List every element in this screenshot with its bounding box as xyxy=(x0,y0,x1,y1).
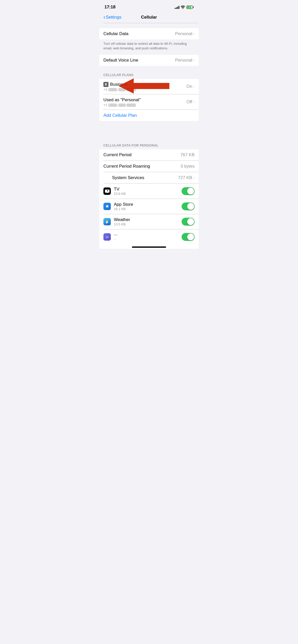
system-services-item[interactable]: System Services 727 KB › xyxy=(99,172,199,183)
more-app-icon: 14 xyxy=(103,233,111,241)
business-plan-phone: +1 () - xyxy=(103,87,136,91)
current-period-value: 767 KB xyxy=(180,152,195,157)
business-plan-name: Business xyxy=(110,82,128,87)
weather-size: 13.5 KB xyxy=(114,222,130,226)
tv-app-icon xyxy=(103,187,111,195)
weather-item[interactable]: Weather 13.5 KB xyxy=(99,214,199,229)
appstore-left: App Store 16.1 KB xyxy=(103,202,182,211)
status-bar: 17:18 ⚡ xyxy=(99,0,199,13)
default-voice-chevron-icon: › xyxy=(193,58,195,63)
business-plan-left: B Business +1 () - xyxy=(103,82,136,91)
weather-icon xyxy=(103,218,111,225)
business-plan-title: B Business xyxy=(103,82,136,87)
back-label: Settings xyxy=(106,15,121,20)
default-voice-line-value-group: Personal › xyxy=(175,58,195,63)
nav-bar: ‹ Settings Cellular xyxy=(99,13,199,23)
more-apps-size: ··· xyxy=(114,238,117,241)
tv-app-name: TV xyxy=(114,187,126,192)
cellular-data-group: Cellular Data Personal › xyxy=(99,28,199,39)
appstore-name: App Store xyxy=(114,202,133,207)
more-app-toggle[interactable] xyxy=(182,233,195,241)
more-apps-name: ··· xyxy=(114,232,117,238)
weather-name: Weather xyxy=(114,217,130,222)
personal-plan-item[interactable]: Used as "Personal" +1 () - Off › xyxy=(99,94,199,110)
cellular-data-chevron-icon: › xyxy=(193,32,195,36)
business-plan-status: On › xyxy=(186,84,195,89)
personal-plan-title: Used as "Personal" xyxy=(103,97,141,103)
tv-app-item[interactable]: TV 23.8 KB xyxy=(99,184,199,199)
cellular-data-info: Turn off cellular data to restrict all d… xyxy=(99,39,199,55)
weather-info: Weather 13.5 KB xyxy=(114,217,130,226)
cellular-plans-group: B Business +1 () - On › Used xyxy=(99,79,199,121)
appstore-item[interactable]: App Store 16.1 KB xyxy=(99,199,199,214)
more-app-toggle-knob xyxy=(187,233,194,240)
business-plan-status-text: On xyxy=(186,84,192,89)
appstore-toggle[interactable] xyxy=(182,202,195,210)
cellular-data-personal-group: Current Period 767 KB Current Period Roa… xyxy=(99,149,199,244)
cellular-plans-header: CELLULAR PLANS xyxy=(99,66,199,79)
business-plan-container: B Business +1 () - On › xyxy=(99,79,199,94)
more-apps-item[interactable]: 14 ··· ··· xyxy=(99,229,199,244)
svg-text:14: 14 xyxy=(105,236,109,239)
wifi-icon xyxy=(181,6,185,9)
tv-app-info: TV 23.8 KB xyxy=(114,187,126,196)
weather-left: Weather 13.5 KB xyxy=(103,217,182,226)
appstore-size: 16.1 KB xyxy=(114,207,133,211)
cellular-data-personal-header: CELLULAR DATA FOR PERSONAL xyxy=(99,136,199,149)
default-voice-line-group: Default Voice Line Personal › xyxy=(99,55,199,66)
personal-plan-name: Used as "Personal" xyxy=(103,97,141,103)
battery-icon: ⚡ xyxy=(186,6,194,9)
back-chevron-icon: ‹ xyxy=(103,14,105,21)
status-time: 17:18 xyxy=(104,5,115,10)
appstore-icon xyxy=(103,203,111,210)
personal-plan-chevron-icon: › xyxy=(193,100,195,104)
spacer-mid xyxy=(99,121,199,136)
personal-plan-left: Used as "Personal" +1 () - xyxy=(103,97,141,107)
weather-toggle[interactable] xyxy=(182,218,195,226)
signal-bars-icon xyxy=(175,5,179,9)
default-voice-line-item[interactable]: Default Voice Line Personal › xyxy=(99,55,199,66)
default-voice-line-value: Personal xyxy=(175,58,192,63)
more-apps-info: ··· ··· xyxy=(114,232,117,241)
system-services-chevron-icon: › xyxy=(193,175,195,180)
personal-plan-status-text: Off xyxy=(186,99,192,105)
status-icons: ⚡ xyxy=(175,5,194,9)
system-services-label: System Services xyxy=(112,175,144,180)
personal-plan-status: Off › xyxy=(186,99,195,105)
appstore-toggle-knob xyxy=(187,203,194,210)
tv-toggle-knob xyxy=(187,188,194,195)
current-period-roaming-label: Current Period Roaming xyxy=(103,164,150,169)
tv-app-size: 23.8 KB xyxy=(114,192,126,196)
business-badge: B xyxy=(103,82,109,87)
tv-app-toggle[interactable] xyxy=(182,187,195,195)
more-apps-left: 14 ··· ··· xyxy=(103,232,182,241)
cellular-data-label: Cellular Data xyxy=(103,31,128,36)
cellular-data-info-text: Turn off cellular data to restrict all d… xyxy=(103,42,187,50)
svg-rect-1 xyxy=(106,193,108,193)
system-services-value-group: 727 KB › xyxy=(178,175,195,180)
current-period-roaming-value: 0 bytes xyxy=(181,164,195,169)
cellular-data-value: Personal xyxy=(175,31,192,36)
current-period-roaming-item: Current Period Roaming 0 bytes xyxy=(99,161,199,172)
default-voice-line-label: Default Voice Line xyxy=(103,58,138,63)
appstore-info: App Store 16.1 KB xyxy=(114,202,133,211)
page-title: Cellular xyxy=(141,15,157,20)
spacer-top xyxy=(99,23,199,28)
add-cellular-plan-button[interactable]: Add Cellular Plan xyxy=(99,110,199,121)
weather-toggle-knob xyxy=(187,218,194,225)
system-services-value: 727 KB xyxy=(178,175,192,180)
home-bar xyxy=(132,246,166,248)
cellular-data-item[interactable]: Cellular Data Personal › xyxy=(99,28,199,39)
personal-plan-phone: +1 () - xyxy=(103,103,141,107)
current-period-item: Current Period 767 KB xyxy=(99,149,199,160)
business-plan-item[interactable]: B Business +1 () - On › xyxy=(99,79,199,94)
back-button[interactable]: ‹ Settings xyxy=(103,14,121,21)
business-plan-chevron-icon: › xyxy=(193,84,195,89)
home-indicator xyxy=(99,244,199,249)
tv-app-left: TV 23.8 KB xyxy=(103,187,182,196)
cellular-data-value-group: Personal › xyxy=(175,31,195,36)
current-period-label: Current Period xyxy=(103,152,132,157)
